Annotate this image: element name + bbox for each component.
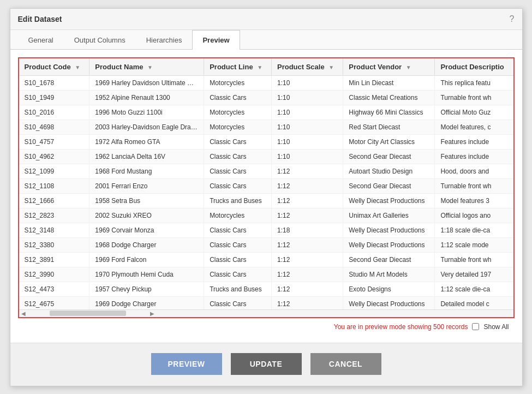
cell-productCode: S12_1666 [19, 193, 89, 208]
cell-productVendor: Welly Diecast Productions [343, 193, 435, 208]
table-row: S10_47571972 Alfa Romeo GTAClassic Cars1… [19, 134, 513, 149]
dialog-content: Product Code ▼ Product Name ▼ Product Li… [10, 50, 522, 343]
dialog-footer: PREVIEW UPDATE CANCEL [10, 343, 522, 386]
scroll-right-arrow[interactable]: ▶ [148, 311, 157, 317]
cell-productDescription: Model features, c [435, 120, 513, 134]
cell-productLine: Classic Cars [204, 134, 272, 149]
cell-productScale: 1:12 [271, 193, 343, 208]
cell-productVendor: Welly Diecast Productions [343, 296, 435, 309]
cell-productScale: 1:12 [271, 296, 343, 309]
cancel-button[interactable]: CANCEL [310, 353, 381, 375]
table-row: S12_46751969 Dodge ChargerClassic Cars1:… [19, 296, 513, 309]
cell-productLine: Trucks and Buses [204, 282, 272, 296]
cell-productVendor: Min Lin Diecast [343, 75, 435, 90]
cell-productName: 1970 Plymouth Hemi Cuda [89, 267, 204, 282]
cell-productDescription: Model features 3 [435, 193, 513, 208]
filter-icon-product-line[interactable]: ▼ [257, 64, 262, 70]
cell-productName: 1968 Ford Mustang [89, 164, 204, 178]
cell-productName: 1952 Alpine Renault 1300 [89, 90, 204, 105]
cell-productCode: S12_3891 [19, 252, 89, 267]
cell-productCode: S12_3380 [19, 237, 89, 252]
help-icon[interactable]: ? [510, 14, 515, 24]
filter-icon-product-vendor[interactable]: ▼ [406, 64, 411, 70]
cell-productDescription: Official Moto Guz [435, 105, 513, 120]
col-product-code: Product Code ▼ [19, 58, 89, 76]
cell-productLine: Classic Cars [204, 90, 272, 105]
cell-productDescription: Turnable front wh [435, 178, 513, 193]
scroll-thumb[interactable] [50, 311, 126, 316]
cell-productLine: Motorcycles [204, 208, 272, 223]
filter-icon-product-name[interactable]: ▼ [147, 64, 153, 70]
table-row: S12_33801968 Dodge ChargerClassic Cars1:… [19, 237, 513, 252]
cell-productDescription: Features include [435, 149, 513, 164]
cell-productName: 1972 Alfa Romeo GTA [89, 134, 204, 149]
table-row: S12_11082001 Ferrari EnzoClassic Cars1:1… [19, 178, 513, 193]
cell-productScale: 1:10 [271, 75, 343, 90]
filter-icon-product-scale[interactable]: ▼ [328, 64, 334, 70]
horizontal-scrollbar[interactable]: ◀ ▶ [19, 309, 513, 317]
cell-productName: 1996 Moto Guzzi 1100i [89, 105, 204, 120]
filter-icon-product-code[interactable]: ▼ [75, 64, 80, 70]
cell-productCode: S10_4698 [19, 120, 89, 134]
scroll-left-arrow[interactable]: ◀ [19, 311, 28, 317]
cell-productName: 2002 Suzuki XREO [89, 208, 204, 223]
cell-productName: 1962 LanciaA Delta 16V [89, 149, 204, 164]
tab-general[interactable]: General [18, 30, 64, 50]
table-scroll-x[interactable]: Product Code ▼ Product Name ▼ Product Li… [19, 58, 513, 309]
cell-productDescription: 1:18 scale die-ca [435, 223, 513, 237]
cell-productCode: S12_3148 [19, 223, 89, 237]
tab-output-columns[interactable]: Output Columns [64, 30, 136, 50]
cell-productVendor: Highway 66 Mini Classics [343, 105, 435, 120]
cell-productScale: 1:10 [271, 90, 343, 105]
cell-productCode: S12_4473 [19, 282, 89, 296]
preview-button[interactable]: PREVIEW [151, 353, 222, 375]
cell-productScale: 1:10 [271, 105, 343, 120]
cell-productName: 1968 Dodge Charger [89, 237, 204, 252]
cell-productVendor: Unimax Art Galleries [343, 208, 435, 223]
cell-productDescription: Detailed model c [435, 296, 513, 309]
cell-productLine: Trucks and Buses [204, 193, 272, 208]
table-row: S12_31481969 Corvair MonzaClassic Cars1:… [19, 223, 513, 237]
cell-productDescription: Turnable front wh [435, 90, 513, 105]
show-all-checkbox[interactable] [472, 323, 479, 330]
tab-hierarchies[interactable]: Hierarchies [136, 30, 193, 50]
cell-productScale: 1:10 [271, 149, 343, 164]
preview-status-text: You are in preview mode showing 500 reco… [334, 323, 468, 331]
col-product-description: Product Descriptio [435, 58, 513, 76]
table-scroll-y[interactable]: Product Code ▼ Product Name ▼ Product Li… [19, 58, 513, 309]
cell-productCode: S10_4962 [19, 149, 89, 164]
cell-productLine: Classic Cars [204, 223, 272, 237]
cell-productDescription: 1:12 scale mode [435, 237, 513, 252]
cell-productVendor: Welly Diecast Productions [343, 237, 435, 252]
cell-productVendor: Exoto Designs [343, 282, 435, 296]
cell-productCode: S10_2016 [19, 105, 89, 120]
cell-productDescription: Features include [435, 134, 513, 149]
cell-productName: 1957 Chevy Pickup [89, 282, 204, 296]
cell-productLine: Classic Cars [204, 296, 272, 309]
dialog-title: Edit Dataset [18, 15, 62, 23]
col-product-vendor: Product Vendor ▼ [343, 58, 435, 76]
table-header: Product Code ▼ Product Name ▼ Product Li… [19, 58, 513, 76]
cell-productCode: S12_2823 [19, 208, 89, 223]
tab-preview[interactable]: Preview [192, 30, 240, 50]
cell-productCode: S12_1108 [19, 178, 89, 193]
table-row: S12_44731957 Chevy PickupTrucks and Buse… [19, 282, 513, 296]
cell-productLine: Classic Cars [204, 164, 272, 178]
cell-productLine: Motorcycles [204, 105, 272, 120]
dialog-header: Edit Dataset ? [10, 9, 522, 30]
cell-productVendor: Second Gear Diecast [343, 252, 435, 267]
cell-productCode: S12_4675 [19, 296, 89, 309]
cell-productLine: Classic Cars [204, 267, 272, 282]
cell-productVendor: Motor City Art Classics [343, 134, 435, 149]
cell-productDescription: Hood, doors and [435, 164, 513, 178]
col-product-line: Product Line ▼ [204, 58, 272, 76]
cell-productScale: 1:10 [271, 120, 343, 134]
cell-productScale: 1:12 [271, 237, 343, 252]
cell-productDescription: This replica featu [435, 75, 513, 90]
cell-productScale: 1:10 [271, 134, 343, 149]
update-button[interactable]: UPDATE [231, 353, 302, 375]
table-row: S10_20161996 Moto Guzzi 1100iMotorcycles… [19, 105, 513, 120]
table-row: S12_28232002 Suzuki XREOMotorcycles1:12U… [19, 208, 513, 223]
cell-productVendor: Autoart Studio Design [343, 164, 435, 178]
table-body: S10_16781969 Harley Davidson Ultimate Ch… [19, 75, 513, 309]
